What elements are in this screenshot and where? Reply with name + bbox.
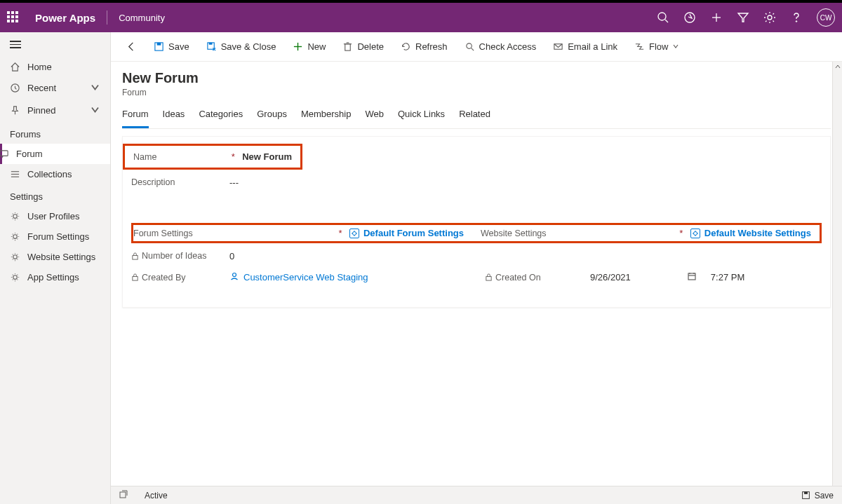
back-button[interactable] [119, 37, 144, 56]
search-icon[interactable] [657, 11, 669, 24]
nav-user-profiles[interactable]: User Profiles [0, 206, 110, 226]
tab-quick-links[interactable]: Quick Links [398, 104, 445, 128]
svg-point-28 [352, 231, 356, 235]
delete-button[interactable]: Delete [335, 37, 391, 56]
calendar-icon[interactable] [687, 271, 697, 283]
svg-rect-33 [486, 277, 491, 281]
nav-label: User Profiles [27, 211, 79, 222]
app-launcher-icon[interactable] [7, 11, 20, 24]
tab-membership[interactable]: Membership [301, 104, 352, 128]
tab-forum[interactable]: Forum [122, 104, 149, 128]
filter-icon[interactable] [737, 11, 749, 24]
nav-forum-settings[interactable]: Forum Settings [0, 226, 110, 247]
user-avatar[interactable]: CW [817, 8, 835, 27]
tab-related[interactable]: Related [459, 104, 490, 128]
app-name[interactable]: Community [119, 13, 165, 23]
flow-button[interactable]: Flow [627, 37, 686, 56]
required-indicator: * [337, 228, 344, 238]
new-button[interactable]: New [286, 37, 333, 56]
tab-web[interactable]: Web [365, 104, 384, 128]
cmd-label: Save [168, 41, 189, 52]
nav-collections[interactable]: Collections [0, 164, 110, 184]
svg-rect-40 [804, 492, 808, 494]
app-header: Power Apps Community CW [0, 3, 842, 32]
hamburger-icon[interactable] [0, 32, 110, 57]
svg-point-5 [768, 15, 772, 20]
nav-label: Home [27, 62, 52, 72]
field-website-settings[interactable]: Website Settings * Default Website Setti… [472, 225, 820, 241]
field-label: Number of Ideas [131, 251, 222, 261]
svg-point-32 [233, 273, 236, 277]
nav-label: Forum [16, 149, 43, 159]
svg-rect-8 [0, 150, 8, 156]
field-value-lookup[interactable]: Default Website Settings [690, 228, 811, 238]
divider [107, 11, 107, 25]
check-access-button[interactable]: Check Access [457, 37, 544, 56]
field-created-by: Created By CustomerService Web Staging [123, 268, 476, 286]
help-icon[interactable] [790, 11, 803, 24]
field-value-lookup[interactable]: CustomerService Web Staging [229, 271, 368, 283]
popup-icon[interactable] [119, 490, 128, 500]
target-icon[interactable] [683, 11, 696, 24]
cmd-label: Flow [649, 41, 668, 52]
nav-recent[interactable]: Recent [0, 77, 110, 100]
lock-icon [485, 273, 493, 281]
field-description[interactable]: Description --- [123, 170, 830, 195]
nav-home[interactable]: Home [0, 57, 110, 77]
nav-website-settings[interactable]: Website Settings [0, 247, 110, 267]
field-value-lookup[interactable]: Default Forum Settings [349, 228, 464, 238]
field-value: 0 [229, 251, 234, 261]
svg-point-6 [796, 21, 797, 22]
svg-rect-17 [157, 43, 161, 46]
svg-rect-34 [688, 273, 695, 280]
nav-forum[interactable]: Forum [0, 144, 110, 164]
footer-save-label: Save [815, 491, 834, 500]
chevron-down-icon [90, 82, 100, 95]
svg-rect-22 [345, 44, 351, 50]
chevron-down-icon [672, 41, 679, 52]
tab-categories[interactable]: Categories [199, 104, 243, 128]
nav-label: Forum Settings [27, 231, 89, 242]
status-text: Active [145, 491, 168, 500]
svg-line-1 [665, 20, 668, 22]
nav-label: Website Settings [27, 252, 95, 262]
form-tabs: Forum Ideas Categories Groups Membership… [122, 104, 831, 129]
nav-app-settings[interactable]: App Settings [0, 267, 110, 287]
save-button[interactable]: Save [147, 37, 196, 56]
field-forum-settings[interactable]: Forum Settings * Default Forum Settings [133, 225, 472, 241]
field-number-ideas: Number of Ideas 0 [123, 243, 830, 268]
footer-save-button[interactable]: Save [801, 491, 834, 500]
field-created-on: Created On 9/26/2021 7:27 PM [476, 268, 830, 286]
tab-ideas[interactable]: Ideas [163, 104, 185, 128]
svg-point-12 [13, 214, 18, 218]
field-label: Description [131, 177, 229, 187]
field-label: Forum Settings [133, 229, 225, 238]
save-close-button[interactable]: Save & Close [199, 37, 283, 56]
svg-point-13 [13, 234, 18, 238]
gear-icon[interactable] [763, 11, 776, 24]
brand-name: Power Apps [35, 12, 95, 24]
svg-point-15 [13, 275, 18, 279]
email-link-button[interactable]: Email a Link [546, 37, 624, 56]
cmd-label: Save & Close [221, 41, 276, 52]
tab-groups[interactable]: Groups [257, 104, 287, 128]
cmd-label: Delete [357, 41, 384, 52]
svg-point-14 [13, 254, 18, 259]
svg-point-25 [466, 43, 472, 49]
plus-icon[interactable] [710, 11, 723, 24]
status-bar: Active Save [111, 486, 842, 504]
field-label: Website Settings [481, 229, 572, 238]
field-value: --- [229, 177, 239, 188]
field-label: Created By [131, 273, 222, 282]
scrollbar[interactable] [832, 62, 842, 504]
field-value: New Forum [242, 151, 292, 162]
entity-name: Forum [122, 88, 831, 97]
nav-label: Pinned [27, 105, 55, 116]
cmd-label: Email a Link [568, 41, 617, 52]
chevron-down-icon [90, 104, 100, 117]
field-name[interactable]: Name * New Forum [123, 144, 302, 170]
refresh-button[interactable]: Refresh [394, 37, 455, 56]
nav-section-settings: Settings [0, 184, 110, 206]
nav-pinned[interactable]: Pinned [0, 100, 110, 122]
lookup-icon [690, 229, 700, 238]
